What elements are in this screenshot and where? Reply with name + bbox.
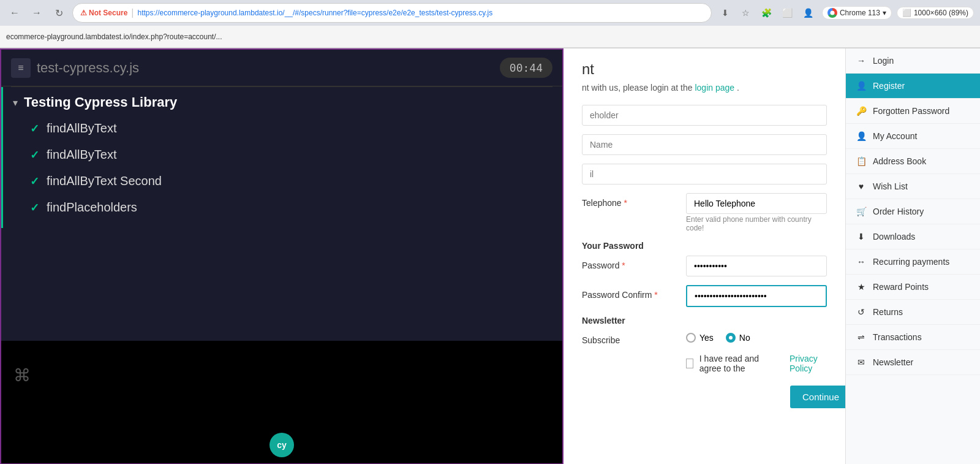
sidebar-item-my-account[interactable]: 👤 My Account — [846, 124, 980, 149]
sidebar-item-label-downloads: Downloads — [873, 232, 915, 242]
sidebar-item-label-forgotten-password: Forgotten Password — [873, 106, 949, 116]
newsletter-icon: ✉ — [856, 357, 867, 367]
form-area: nt nt with us, please login at the login… — [564, 48, 845, 464]
sidebar-item-label-newsletter: Newsletter — [873, 357, 913, 367]
inner-url-text: ecommerce-playground.lambdatest.io/index… — [6, 32, 974, 41]
sidebar-item-transactions[interactable]: ⇌ Transactions — [846, 325, 980, 350]
sidebar-item-reward-points[interactable]: ★ Reward Points — [846, 275, 980, 300]
bookmark-icon[interactable]: ☆ — [737, 4, 755, 21]
returns-icon: ↺ — [856, 307, 867, 317]
form-group-telephone: Telephone * Enter valid phone number wit… — [582, 193, 827, 232]
sidebar-item-order-history[interactable]: 🛒 Order History — [846, 199, 980, 224]
recurring-icon: ↔ — [856, 257, 867, 267]
password-confirm-input[interactable] — [686, 285, 827, 307]
name-input[interactable] — [582, 134, 827, 155]
subscribe-label: Subscribe — [582, 330, 680, 345]
browser-toolbar: ← → ↻ ⚠ Not Secure | https://ecommerce-p… — [0, 0, 980, 26]
sidebar-item-forgotten-password[interactable]: 🔑 Forgotten Password — [846, 99, 980, 124]
password-input[interactable] — [686, 256, 827, 276]
sidebar-item-label-transactions: Transactions — [873, 332, 922, 342]
form-group-subscribe: Subscribe Yes No — [582, 330, 827, 345]
newsletter-section-label: Newsletter — [582, 316, 827, 325]
sidebar-item-label-reward-points: Reward Points — [873, 282, 929, 292]
cypress-bottom: ⌘ cy — [1, 341, 562, 463]
placeholder-input[interactable] — [582, 105, 827, 126]
web-content: nt nt with us, please login at the login… — [564, 48, 980, 464]
privacy-policy-link[interactable]: Privacy Policy — [790, 354, 827, 373]
radio-yes-circle[interactable] — [686, 333, 696, 343]
sidebar-item-label-address-book: Address Book — [873, 156, 926, 166]
test-item[interactable]: ✓ findPlaceholders — [25, 194, 552, 221]
browser-chrome: ← → ↻ ⚠ Not Secure | https://ecommerce-p… — [0, 0, 980, 48]
sidebar-item-wish-list[interactable]: ♥ Wish List — [846, 174, 980, 199]
cypress-suite: ▾ Testing Cypress Library ✓ findAllByTex… — [1, 87, 562, 228]
sidebar-item-label-wish-list: Wish List — [873, 181, 908, 191]
screen-icon: ⬜ — [902, 9, 911, 17]
back-button[interactable]: ← — [6, 4, 23, 21]
page-title: nt — [582, 61, 827, 78]
cypress-filename: test-cypress.cy.js — [37, 60, 139, 76]
inner-address-bar: ecommerce-playground.lambdatest.io/index… — [0, 26, 980, 48]
suite-header[interactable]: ▾ Testing Cypress Library — [13, 94, 552, 110]
browser-actions: ⬇ ☆ 🧩 ⬜ 👤 — [717, 4, 817, 21]
sidebar-item-returns[interactable]: ↺ Returns — [846, 300, 980, 325]
cv-badge: cy — [270, 433, 294, 457]
cypress-header: ≡ test-cypress.cy.js 00:44 — [1, 50, 562, 86]
continue-button[interactable]: Continue — [790, 386, 845, 408]
sidebar-item-label-register: Register — [873, 81, 905, 91]
address-book-icon: 📋 — [856, 156, 867, 166]
radio-yes-label[interactable]: Yes — [686, 333, 714, 343]
sidebar-item-downloads[interactable]: ⬇ Downloads — [846, 224, 980, 249]
sidebar-item-recurring-payments[interactable]: ↔ Recurring payments — [846, 249, 980, 275]
radio-no-label[interactable]: No — [726, 333, 750, 343]
url-text: https://ecommerce-playground.lambdatest.… — [138, 9, 704, 17]
address-bar[interactable]: ⚠ Not Secure | https://ecommerce-playgro… — [72, 3, 712, 23]
test-name-1: findAllByText — [47, 148, 117, 162]
test-check-icon-3: ✓ — [30, 201, 39, 215]
extension-icon[interactable]: 🧩 — [758, 4, 775, 21]
account-icon: 👤 — [856, 131, 867, 141]
email-input[interactable] — [582, 164, 827, 184]
screen-label: 1000×660 (89%) — [914, 9, 968, 17]
sidebar-item-login[interactable]: → Login — [846, 48, 980, 74]
test-item[interactable]: ✓ findAllByText Second — [25, 168, 552, 194]
test-name-3: findPlaceholders — [47, 200, 137, 215]
refresh-button[interactable]: ↻ — [50, 4, 67, 21]
cypress-panel: ≡ test-cypress.cy.js 00:44 ▾ Testing Cyp… — [0, 48, 564, 464]
form-group-placeholder — [582, 105, 827, 126]
password-section-label: Your Password — [582, 241, 827, 251]
download-icon[interactable]: ⬇ — [717, 4, 734, 21]
telephone-input[interactable] — [686, 193, 827, 214]
right-sidebar: → Login 👤 Register 🔑 Forgotten Password … — [845, 48, 980, 464]
window-icon[interactable]: ⬜ — [779, 4, 796, 21]
login-page-link[interactable]: login page — [695, 83, 734, 93]
form-group-email — [582, 164, 827, 184]
suite-name: Testing Cypress Library — [24, 94, 177, 110]
test-item[interactable]: ✓ findAllByText — [25, 142, 552, 168]
forward-button[interactable]: → — [28, 4, 45, 21]
radio-no-circle[interactable] — [726, 333, 736, 343]
form-group-name — [582, 134, 827, 155]
form-group-password-confirm: Password Confirm * — [582, 285, 827, 307]
test-list: ✓ findAllByText ✓ findAllByText ✓ findAl… — [13, 110, 552, 221]
form-group-password: Password * — [582, 256, 827, 276]
sidebar-item-label-order-history: Order History — [873, 207, 924, 216]
sidebar-item-register[interactable]: 👤 Register — [846, 74, 980, 99]
profile-icon[interactable]: 👤 — [800, 4, 817, 21]
telephone-hint: Enter valid phone number with country co… — [686, 215, 827, 232]
chrome-badge[interactable]: Chrome 113 ▾ — [822, 6, 892, 20]
sidebar-item-address-book[interactable]: 📋 Address Book — [846, 149, 980, 174]
login-icon: → — [856, 56, 867, 66]
cart-icon: 🛒 — [856, 207, 867, 216]
not-secure-indicator: ⚠ Not Secure — [80, 9, 127, 17]
privacy-checkbox[interactable] — [686, 359, 693, 368]
download-arrow-icon: ⬇ — [856, 232, 867, 242]
chrome-logo-icon — [827, 8, 837, 18]
page-subtitle: nt with us, please login at the login pa… — [582, 83, 827, 93]
radio-yes-text: Yes — [699, 333, 714, 343]
sidebar-item-newsletter[interactable]: ✉ Newsletter — [846, 350, 980, 375]
test-check-icon-0: ✓ — [30, 122, 39, 135]
test-item[interactable]: ✓ findAllByText — [25, 115, 552, 142]
key-icon: 🔑 — [856, 106, 867, 116]
privacy-row: I have read and agree to the Privacy Pol… — [582, 354, 827, 373]
